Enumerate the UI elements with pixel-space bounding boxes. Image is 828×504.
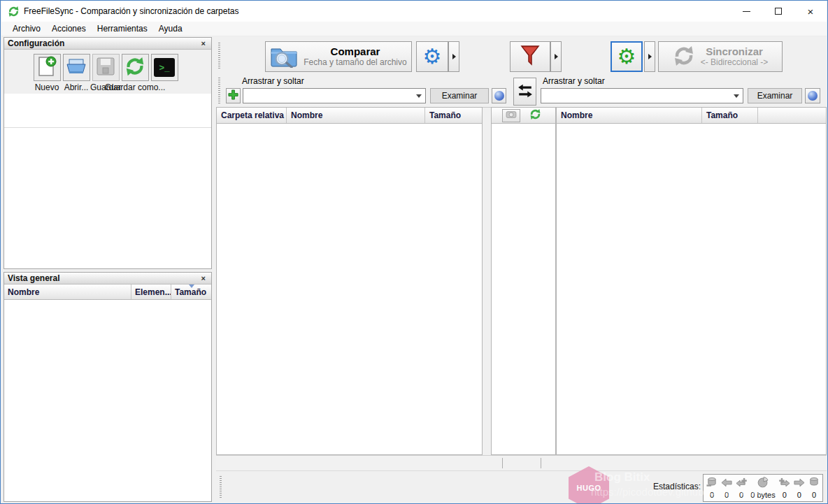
left-grid-headers: Carpeta relativa Nombre Tamaño <box>217 108 482 124</box>
left-grid-scrollbar[interactable] <box>483 107 491 455</box>
left-file-grid: Carpeta relativa Nombre Tamaño <box>216 107 483 455</box>
maximize-button[interactable] <box>762 1 794 22</box>
refresh-view-button[interactable] <box>526 109 544 122</box>
left-col-nombre[interactable]: Nombre <box>287 108 425 123</box>
minimize-icon <box>743 11 750 12</box>
overview-col-elementos[interactable]: Elemen... <box>131 285 171 299</box>
overview-panel-caption: Vista general × <box>4 273 211 285</box>
left-col-carpeta-relativa[interactable]: Carpeta relativa <box>217 108 287 123</box>
configuration-panel-caption: Configuración × <box>4 38 211 50</box>
right-col-tamano[interactable]: Tamaño <box>702 108 758 123</box>
left-col-tamano[interactable]: Tamaño <box>425 108 482 123</box>
configuration-list[interactable] <box>4 127 211 268</box>
preview-magnifier-icon <box>506 110 517 121</box>
overview-column-headers: Nombre Elemen... Tamaño <box>4 285 211 300</box>
compare-button[interactable]: Comparar Fecha y tamaño del archivo <box>265 41 412 72</box>
sync-arrows-small-green-icon <box>529 108 541 122</box>
right-grid-body[interactable] <box>557 124 826 454</box>
stat-data-to-process: 0 bytes <box>750 477 775 499</box>
minimize-button[interactable] <box>730 1 762 22</box>
folder-pair-row: Arrastrar y soltar Examinar <box>216 74 827 107</box>
delete-left-icon <box>706 477 718 490</box>
statistics-drag-handle[interactable] <box>220 476 222 499</box>
menu-herramientas[interactable]: Herramientas <box>92 22 153 35</box>
plus-green-icon <box>228 89 238 102</box>
open-config-button[interactable] <box>63 54 90 81</box>
swap-arrows-icon <box>518 83 533 101</box>
compare-folder-search-icon <box>270 44 298 70</box>
chevron-right-icon <box>555 54 558 59</box>
sync-settings-button[interactable]: ⚙ <box>611 41 643 72</box>
statistics-label: Estadísticas: <box>653 482 701 491</box>
file-grids: Carpeta relativa Nombre Tamaño <box>216 107 827 455</box>
new-config-label: Nuevo <box>35 82 59 92</box>
stat-create-left: 0 <box>736 477 747 499</box>
close-icon: × <box>808 6 814 17</box>
chevron-right-icon <box>648 54 652 59</box>
configuration-panel-close-icon[interactable]: × <box>199 39 208 48</box>
menu-archivo[interactable]: Archivo <box>7 22 46 35</box>
overview-tree-area[interactable] <box>4 300 211 501</box>
new-document-icon <box>37 56 57 79</box>
overview-panel-title: Vista general <box>8 273 199 283</box>
right-col-nombre[interactable]: Nombre <box>557 108 702 123</box>
middle-panel-body[interactable] <box>492 124 555 454</box>
statistics-toolbar: Estadísticas: 0 0 <box>216 470 827 503</box>
update-left-icon <box>721 477 732 490</box>
save-config-button[interactable] <box>92 54 120 81</box>
new-config-button[interactable] <box>34 54 61 81</box>
title-bar: FreeFileSync - Comparación y sincronizac… <box>1 1 827 22</box>
freefilesync-window: FreeFileSync - Comparación y sincronizac… <box>0 0 828 504</box>
overview-col-tamano[interactable]: Tamaño <box>171 285 211 299</box>
filter-settings-button[interactable] <box>510 41 550 72</box>
right-browse-button[interactable]: Examinar <box>748 88 802 103</box>
maximize-icon <box>775 8 782 15</box>
menu-ayuda[interactable]: Ayuda <box>153 22 188 35</box>
globe-icon <box>494 91 504 101</box>
add-folder-pair-button[interactable] <box>226 88 241 103</box>
swap-sides-button[interactable] <box>513 78 536 106</box>
left-browse-button[interactable]: Examinar <box>430 88 489 103</box>
left-cloud-button[interactable] <box>492 88 506 103</box>
main-area: Comparar Fecha y tamaño del archivo ⚙ <box>216 37 827 503</box>
synchronize-button[interactable]: Sincronizar <- Bidireccional -> <box>658 41 783 72</box>
right-grid-headers: Nombre Tamaño <box>557 108 826 124</box>
chevron-down-icon[interactable] <box>413 94 425 98</box>
compare-button-sublabel: Fecha y tamaño del archivo <box>304 58 406 68</box>
status-divider <box>502 458 503 468</box>
view-type-button[interactable] <box>502 109 520 122</box>
status-divider <box>541 458 541 468</box>
comparison-settings-dropdown-button[interactable] <box>448 41 459 72</box>
overview-col-nombre[interactable]: Nombre <box>4 285 131 299</box>
sync-arrows-green-icon <box>124 56 145 79</box>
stat-delete-left: 0 <box>706 477 718 499</box>
overview-panel-close-icon[interactable]: × <box>199 274 208 282</box>
right-folder-combobox[interactable] <box>541 88 743 103</box>
stat-create-right: 0 <box>779 477 790 499</box>
right-cloud-button[interactable] <box>805 88 820 103</box>
chevron-down-icon[interactable] <box>730 94 743 98</box>
open-folder-icon <box>66 57 87 78</box>
update-right-icon <box>794 477 805 490</box>
left-folder-combobox[interactable] <box>243 88 426 103</box>
create-left-icon <box>736 477 747 490</box>
save-as-batch-button[interactable]: >_ <box>151 54 178 81</box>
toolbar-drag-handle[interactable] <box>218 43 220 69</box>
chevron-right-icon <box>452 54 456 59</box>
left-drop-label: Arrastrar y soltar <box>242 76 304 86</box>
menu-acciones[interactable]: Acciones <box>46 22 92 35</box>
close-button[interactable]: × <box>794 1 827 22</box>
comparison-settings-button[interactable]: ⚙ <box>416 41 448 72</box>
middle-panel-header <box>492 108 555 124</box>
filter-settings-dropdown-button[interactable] <box>550 41 562 72</box>
right-file-grid: Nombre Tamaño <box>556 107 827 455</box>
stat-update-left: 0 <box>721 477 732 499</box>
synchronize-button-sublabel: <- Bidireccional -> <box>701 58 769 68</box>
sync-settings-dropdown-button[interactable] <box>644 41 655 72</box>
open-config-label: Abrir... <box>64 82 89 92</box>
sort-descending-icon <box>189 285 194 288</box>
left-grid-body[interactable] <box>217 124 482 454</box>
save-as-config-button[interactable] <box>122 54 149 81</box>
statistics-box: 0 0 0 <box>703 474 823 502</box>
folder-row-drag-handle[interactable] <box>218 78 220 104</box>
